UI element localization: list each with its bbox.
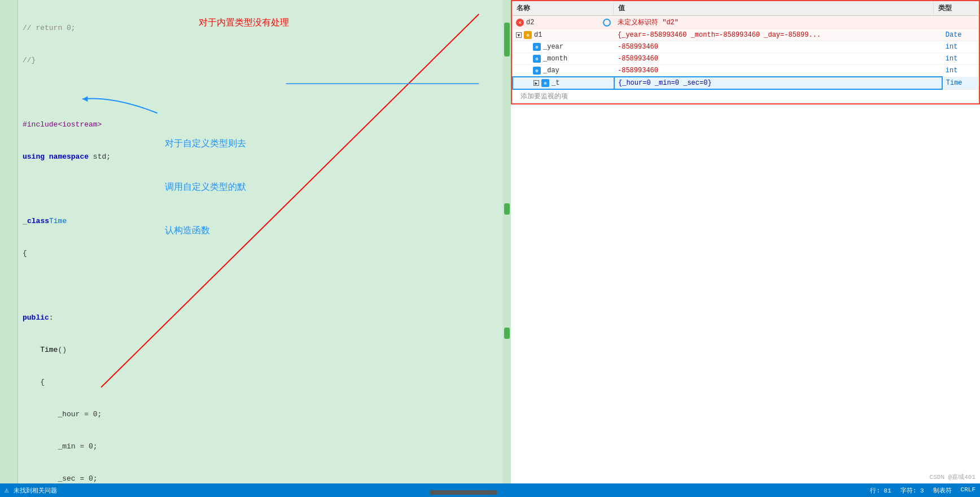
var-value-cell: {_hour=0 _min=0 _sec=0} <box>614 77 942 89</box>
char-info: 字符: 3 <box>900 486 924 495</box>
var-name-cell: ▶ ⊕ _t <box>513 77 614 89</box>
var-type-cell <box>942 16 979 29</box>
table-row: ▶ ⊕ _t {_hour=0 _min=0 _sec=0} Time <box>513 77 979 89</box>
var-icon: ⊕ <box>541 79 549 87</box>
circle-icon <box>603 19 611 27</box>
var-name-cell: ⊕ _year <box>513 41 614 53</box>
status-right: 行: 81 字符: 3 制表符 CRLF <box>870 486 975 495</box>
code-panel: // return 0; //} #include<iostream> usin… <box>0 0 511 483</box>
expand-icon[interactable]: ▶ <box>533 80 539 86</box>
code-content[interactable]: // return 0; //} #include<iostream> usin… <box>18 0 503 483</box>
code-line: _min = 0; <box>23 441 498 452</box>
annotation-blue-text: 对于自定义类型则去 调用自定义类型的默 认构造函数 <box>165 107 246 267</box>
scroll-indicator[interactable] <box>68 486 859 495</box>
table-row: ⊕ _year -858993460 int <box>513 41 979 53</box>
csdn-watermark: CSDN @嘉城401 <box>930 473 975 481</box>
code-line <box>23 280 498 291</box>
error-icon: ✕ <box>516 19 524 27</box>
table-row: ▼ ⊕ d1 {_year=-858993460 _month=-8589934… <box>513 29 979 41</box>
var-value-cell: 未定义标识符 "d2" <box>614 16 942 29</box>
code-line: _hour = 0; <box>23 409 498 420</box>
var-name-cell: ⊕ _day <box>513 65 614 77</box>
code-line: using namespace std; <box>23 151 498 162</box>
code-line: { <box>23 248 498 259</box>
scrollbar-h[interactable] <box>430 490 497 495</box>
line-info: 行: 81 <box>870 486 891 495</box>
table-row: ⊕ _month -858993460 int <box>513 53 979 65</box>
warning-text: 未找到相关问题 <box>14 486 57 495</box>
expand-icon[interactable]: ▼ <box>516 32 522 38</box>
code-line: //} <box>23 55 498 66</box>
scrollbar-thumb-3[interactable] <box>504 328 510 339</box>
annotation-red-text: 对于内置类型没有处理 <box>199 17 289 28</box>
code-line <box>23 87 498 98</box>
line-numbers <box>0 0 18 483</box>
var-icon: ⊕ <box>533 67 541 75</box>
code-line: { <box>23 377 498 387</box>
code-line: public: <box>23 312 498 323</box>
status-left: ⚠ 未找到相关问题 <box>5 486 57 495</box>
header-name: 名称 <box>512 1 614 15</box>
watch-headers: 名称 值 类型 <box>512 1 979 16</box>
header-value: 值 <box>614 1 934 15</box>
warning-icon: ⚠ <box>5 486 9 495</box>
code-line: #include<iostream> <box>23 119 498 130</box>
var-icon: ⊕ <box>533 43 541 51</box>
var-value-cell: -858993460 <box>614 53 942 65</box>
var-type-cell: Date <box>942 29 979 41</box>
status-bar: ⚠ 未找到相关问题 行: 81 字符: 3 制表符 CRLF CSDN @嘉城4… <box>0 483 980 497</box>
main-container: // return 0; //} #include<iostream> usin… <box>0 0 980 483</box>
var-name-cell: ✕ d2 <box>513 16 614 29</box>
var-icon: ⊕ <box>533 55 541 63</box>
add-watch-row[interactable]: 添加要监视的项 <box>513 89 979 103</box>
var-name-cell: ⊕ _month <box>513 53 614 65</box>
vertical-scrollbar[interactable] <box>503 0 511 483</box>
scrollbar-thumb[interactable] <box>504 23 510 56</box>
watch-section: 名称 值 类型 ✕ d2 未定义标识符 "d2" <box>511 0 980 104</box>
var-name-cell: ▼ ⊕ d1 <box>513 29 614 41</box>
code-line <box>23 184 498 194</box>
var-icon: ⊕ <box>524 31 532 39</box>
line-ending-info: CRLF <box>961 486 975 495</box>
header-type: 类型 <box>934 1 979 15</box>
var-type-cell: Time <box>942 77 979 89</box>
var-type-cell: int <box>942 41 979 53</box>
format-info: 制表符 <box>933 486 952 495</box>
code-line: Time() <box>23 345 498 355</box>
code-line: ⎯class Time <box>23 216 498 226</box>
var-value-cell: -858993460 <box>614 65 942 77</box>
var-value-cell: {_year=-858993460 _month=-858993460 _day… <box>614 29 942 41</box>
var-type-cell: int <box>942 65 979 77</box>
code-area: // return 0; //} #include<iostream> usin… <box>0 0 511 483</box>
right-panel: 名称 值 类型 ✕ d2 未定义标识符 "d2" <box>511 0 980 483</box>
add-watch-cell[interactable]: 添加要监视的项 <box>513 89 979 103</box>
table-row: ⊕ _day -858993460 int <box>513 65 979 77</box>
svg-line-0 <box>101 14 479 387</box>
scrollbar-thumb-2[interactable] <box>504 203 510 215</box>
watch-table: ✕ d2 未定义标识符 "d2" ▼ ⊕ <box>512 16 979 103</box>
table-row: ✕ d2 未定义标识符 "d2" <box>513 16 979 29</box>
code-line: _sec = 0; <box>23 473 498 483</box>
var-type-cell: int <box>942 53 979 65</box>
bottom-empty <box>511 104 980 483</box>
var-value-cell: -858993460 <box>614 41 942 53</box>
